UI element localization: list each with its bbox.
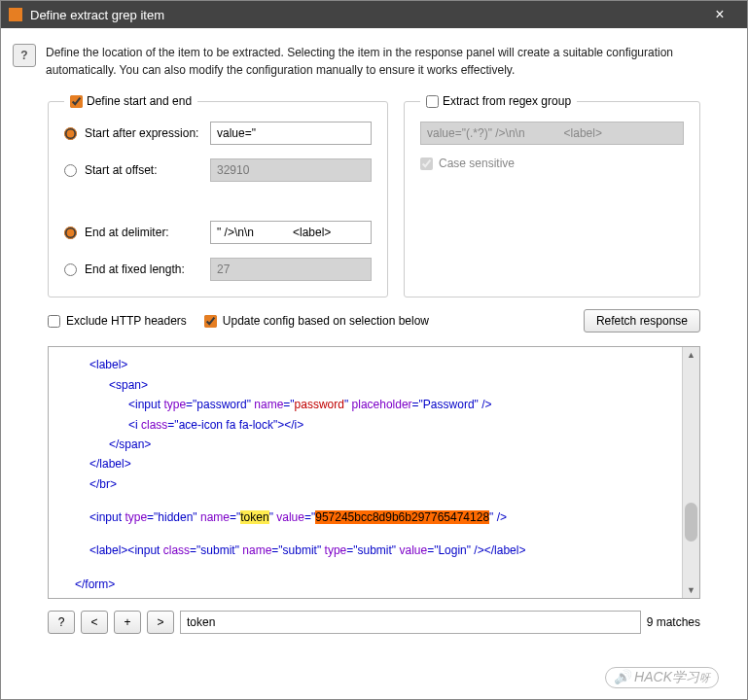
start-at-offset-input bbox=[210, 158, 372, 182]
update-config-label: Update config based on selection below bbox=[223, 314, 429, 328]
start-after-expression-label: Start after expression: bbox=[85, 126, 198, 140]
app-icon bbox=[9, 8, 22, 21]
end-at-delimiter-input[interactable] bbox=[210, 221, 372, 244]
window-title: Define extract grep item bbox=[30, 8, 700, 22]
search-input[interactable] bbox=[180, 611, 641, 634]
search-help-button[interactable]: ? bbox=[48, 611, 75, 634]
watermark: 🔊 HACK学习呀 bbox=[605, 667, 719, 688]
start-at-offset-label: Start at offset: bbox=[85, 163, 157, 177]
start-after-expression-input[interactable] bbox=[210, 122, 372, 145]
scroll-down-icon[interactable]: ▼ bbox=[683, 582, 699, 598]
code-body[interactable]: <label> <span> <input type="password" na… bbox=[49, 347, 682, 598]
update-config-checkbox[interactable] bbox=[204, 315, 217, 328]
case-sensitive-checkbox bbox=[420, 158, 433, 170]
info-text: Define the location of the item to be ex… bbox=[46, 44, 735, 79]
start-at-offset-radio[interactable] bbox=[64, 164, 77, 177]
end-at-delimiter-label: End at delimiter: bbox=[85, 226, 169, 239]
define-start-end-checkbox[interactable] bbox=[70, 95, 83, 108]
refetch-response-button[interactable]: Refetch response bbox=[584, 309, 700, 332]
scroll-thumb[interactable] bbox=[685, 503, 697, 542]
search-add-button[interactable]: + bbox=[114, 611, 141, 634]
search-prev-button[interactable]: < bbox=[81, 611, 108, 634]
end-at-fixed-length-label: End at fixed length: bbox=[85, 262, 185, 276]
extract-regex-legend: Extract from regex group bbox=[443, 94, 571, 108]
end-at-fixed-length-input bbox=[210, 258, 372, 281]
close-icon[interactable]: × bbox=[700, 6, 739, 23]
search-next-button[interactable]: > bbox=[147, 611, 174, 634]
define-start-end-group: Define start and end Start after express… bbox=[48, 94, 388, 298]
define-start-end-legend: Define start and end bbox=[87, 94, 192, 108]
extract-regex-group: Extract from regex group Case sensitive bbox=[404, 94, 700, 298]
end-at-delimiter-radio[interactable] bbox=[64, 227, 77, 239]
regex-input bbox=[420, 122, 684, 145]
extract-regex-checkbox[interactable] bbox=[426, 95, 439, 108]
exclude-http-headers-label: Exclude HTTP headers bbox=[66, 314, 187, 328]
response-panel[interactable]: <label> <span> <input type="password" na… bbox=[48, 346, 700, 599]
exclude-http-headers-checkbox[interactable] bbox=[48, 315, 60, 328]
scrollbar[interactable]: ▲ ▼ bbox=[682, 347, 699, 598]
match-count: 9 matches bbox=[647, 615, 700, 629]
help-icon[interactable]: ? bbox=[13, 44, 36, 67]
end-at-fixed-length-radio[interactable] bbox=[64, 263, 77, 276]
start-after-expression-radio[interactable] bbox=[64, 127, 77, 140]
scroll-up-icon[interactable]: ▲ bbox=[683, 347, 699, 363]
titlebar: Define extract grep item × bbox=[1, 1, 747, 28]
case-sensitive-label: Case sensitive bbox=[439, 157, 515, 170]
